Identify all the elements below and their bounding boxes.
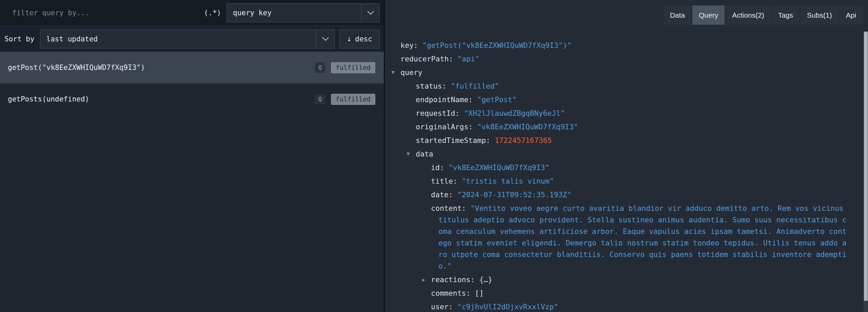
tab-tags[interactable]: Tags [772, 5, 800, 25]
tree-value-object: {…} [479, 275, 492, 284]
tree-key: query [400, 68, 422, 77]
tree-key: startedTimeStamp: [416, 136, 490, 145]
tab-bar: DataQueryActions(2)TagsSubs(1)Api [385, 0, 868, 25]
sort-selected-value: last updated [40, 35, 316, 43]
tree-value-string: "vk8EeZXWHIQuWD7fXq9I3" [477, 123, 578, 131]
row-badges: Qfulfilled [315, 62, 375, 73]
tree-node-user: user: "c9jhvUlI2dOjxvRxxlVzp" [385, 301, 848, 312]
query-key-label: getPosts(undefined) [8, 95, 89, 103]
filter-by-select[interactable]: query key [226, 3, 380, 22]
tree-node-id: id: "vk8EeZXWHIQuWD7fXq9I3" [385, 162, 848, 173]
tree-node-startedTimeStamp: startedTimeStamp: 1722457167365 [385, 135, 848, 146]
sort-bar: Sort by last updated ↓ desc [0, 26, 384, 52]
sort-by-label: Sort by [4, 35, 35, 43]
query-list: getPost("vk8EeZXWHIQuWD7fXq9I3")Qfulfill… [0, 52, 384, 312]
tree-value-string: "fulfilled" [451, 82, 499, 90]
query-type-badge: Q [315, 62, 325, 73]
query-key-label: getPost("vk8EeZXWHIQuWD7fXq9I3") [8, 63, 145, 72]
tree-key: originalArgs: [416, 123, 473, 131]
tree-key: user: [431, 302, 453, 311]
tree-key: reducerPath: [400, 55, 453, 63]
tree-key: status: [416, 82, 447, 90]
tree-key: requestId: [416, 109, 459, 117]
sort-order-button[interactable]: ↓ desc [339, 30, 380, 49]
chevron-down-icon [361, 4, 379, 22]
tree-value-array: [] [475, 289, 484, 297]
json-tree: key: "getPost("vk8EeZXWHIQuWD7fXq9I3")"r… [385, 25, 868, 312]
tree-value-string: "XH2lJlauwdZBgqBNy6eJl" [464, 109, 565, 117]
tree-value-string: "api" [457, 55, 479, 63]
scrollbar[interactable] [864, 32, 868, 312]
filter-query-input[interactable] [0, 0, 198, 26]
tree-value-string: "c9jhvUlI2dOjxvRxxlVzp" [457, 302, 558, 311]
tab-subs1[interactable]: Subs(1) [801, 5, 839, 25]
scrollbar-thumb[interactable] [864, 32, 868, 301]
tree-node-endpointName: endpointName: "getPost" [385, 94, 848, 106]
tree-node-title: title: "tristis talis vinum" [385, 176, 848, 187]
tree-node-key: key: "getPost("vk8EeZXWHIQuWD7fXq9I3")" [385, 40, 848, 51]
status-badge: fulfilled [331, 62, 375, 73]
tree-key: title: [431, 177, 457, 185]
tree-key: key: [400, 41, 418, 50]
query-detail-panel: DataQueryActions(2)TagsSubs(1)Api key: "… [385, 0, 868, 312]
tree-node-content: content: "Ventito voveo aegre curto avar… [385, 203, 848, 272]
tab-query[interactable]: Query [692, 5, 725, 25]
row-badges: Qfulfilled [315, 94, 375, 105]
tree-value-string: "tristis talis vinum" [462, 177, 554, 185]
tree-key: id: [431, 163, 444, 172]
query-list-panel: (.*) query key Sort by last updated [0, 0, 385, 312]
collapse-arrow-icon[interactable]: ▶ [403, 152, 414, 155]
tree-key: reactions: [431, 275, 475, 284]
tab-api[interactable]: Api [840, 5, 863, 25]
tree-key: date: [431, 190, 453, 199]
status-badge: fulfilled [331, 94, 375, 105]
arrow-down-icon: ↓ [347, 35, 351, 43]
tree-node-reducerPath: reducerPath: "api" [385, 53, 848, 65]
sort-select[interactable]: last updated [40, 30, 335, 49]
tree-value-string: "getPost" [477, 95, 517, 104]
tree-value-string: "vk8EeZXWHIQuWD7fXq9I3" [449, 163, 550, 172]
chevron-down-icon [316, 30, 334, 48]
tab-data[interactable]: Data [664, 5, 691, 25]
tree-key: data [416, 150, 433, 158]
query-list-item[interactable]: getPosts(undefined)Qfulfilled [0, 84, 384, 115]
tab-actions2[interactable]: Actions(2) [726, 5, 771, 25]
tree-node-date: date: "2024-07-31T09:52:35.193Z" [385, 189, 848, 201]
tree-key: comments: [431, 289, 471, 297]
tree-value-string: "getPost("vk8EeZXWHIQuWD7fXq9I3")" [422, 41, 572, 50]
tree-value-string: "Ventito voveo aegre curto avaritia blan… [438, 204, 847, 270]
tree-node-originalArgs: originalArgs: "vk8EeZXWHIQuWD7fXq9I3" [385, 121, 848, 133]
tree-node-comments: comments: [] [385, 288, 848, 299]
sort-order-label: desc [355, 35, 372, 43]
tree-node-query[interactable]: ▶query [385, 67, 848, 78]
tree-key: content: [431, 204, 466, 213]
tree-value-string: "2024-07-31T09:52:35.193Z" [457, 190, 572, 199]
tree-node-requestId: requestId: "XH2lJlauwdZBgqBNy6eJl" [385, 108, 848, 119]
query-list-item[interactable]: getPost("vk8EeZXWHIQuWD7fXq9I3")Qfulfill… [0, 52, 384, 84]
regex-toggle-button[interactable]: (.*) [198, 9, 226, 17]
filter-bar: (.*) query key [0, 0, 384, 26]
filter-by-selected-value: query key [227, 9, 361, 17]
collapse-arrow-icon[interactable]: ▶ [388, 71, 399, 74]
tree-node-reactions[interactable]: ▶reactions: {…} [385, 274, 848, 286]
tree-key: endpointName: [416, 95, 473, 104]
tree-value-number: 1722457167365 [495, 136, 552, 145]
expand-arrow-icon[interactable]: ▶ [422, 274, 425, 286]
tree-node-data[interactable]: ▶data [385, 148, 848, 160]
query-type-badge: Q [315, 94, 325, 104]
tree-node-status: status: "fulfilled" [385, 80, 848, 92]
rtk-query-devtools: (.*) query key Sort by last updated [0, 0, 868, 312]
